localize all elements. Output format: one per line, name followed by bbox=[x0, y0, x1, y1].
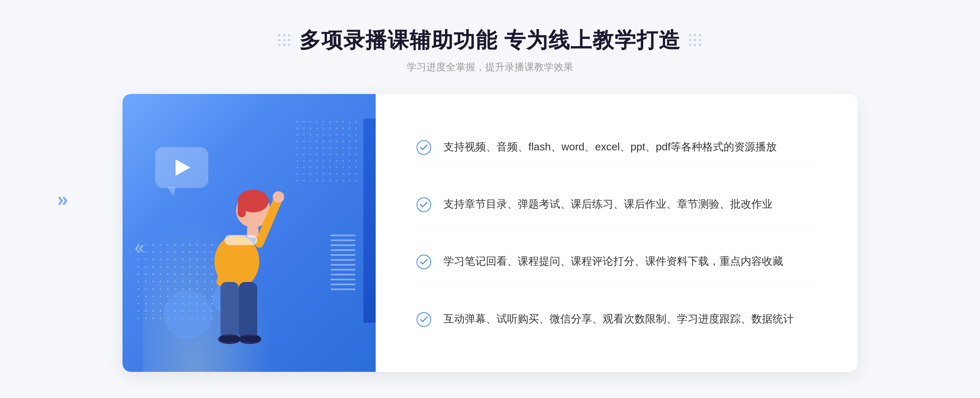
feature-text-2: 支持章节目录、弹题考试、课后练习、课后作业、章节测验、批改作业 bbox=[443, 196, 773, 213]
svg-rect-3 bbox=[238, 201, 246, 217]
page-subtitle: 学习进度全掌握，提升录播课教学效果 bbox=[278, 60, 702, 74]
feature-item-2: 支持章节目录、弹题考试、课后练习、课后作业、章节测验、批改作业 bbox=[416, 183, 817, 226]
blue-vertical-tab bbox=[363, 119, 376, 323]
svg-rect-12 bbox=[240, 336, 261, 342]
feature-text-1: 支持视频、音频、flash、word、excel、ppt、pdf等各种格式的资源… bbox=[443, 139, 777, 156]
dots-decoration-right bbox=[689, 34, 702, 47]
feature-item-3: 学习笔记回看、课程提问、课程评论打分、课件资料下载，重点内容收藏 bbox=[416, 241, 817, 283]
feature-text-3: 学习笔记回看、课程提问、课程评论打分、课件资料下载，重点内容收藏 bbox=[443, 253, 783, 270]
check-icon-1 bbox=[416, 140, 431, 155]
content-card: « bbox=[122, 94, 858, 372]
stripe-decoration bbox=[331, 233, 355, 290]
svg-point-15 bbox=[417, 141, 431, 154]
check-icon-2 bbox=[416, 197, 431, 212]
person-illustration bbox=[172, 135, 302, 372]
svg-rect-7 bbox=[220, 282, 239, 339]
feature-item-4: 互动弹幕、试听购买、微信分享、观看次数限制、学习进度跟踪、数据统计 bbox=[416, 298, 817, 340]
dots-pattern-top-right bbox=[294, 119, 359, 184]
page-wrapper: » 多项录播课辅助功能 专为线上教学打造 学习进度全掌握，提升录播课教学效果 bbox=[0, 0, 980, 398]
header-section: 多项录播课辅助功能 专为线上教学打造 学习进度全掌握，提升录播课教学效果 bbox=[278, 26, 702, 74]
check-icon-3 bbox=[416, 255, 431, 269]
svg-point-5 bbox=[273, 191, 284, 203]
svg-point-16 bbox=[417, 198, 431, 212]
illustration-area: « bbox=[122, 94, 376, 372]
svg-rect-11 bbox=[220, 336, 240, 342]
check-icon-4 bbox=[416, 312, 431, 327]
chevron-left-icon: « bbox=[135, 238, 144, 257]
feature-item-1: 支持视频、音频、flash、word、excel、ppt、pdf等各种格式的资源… bbox=[416, 126, 817, 168]
dots-decoration-left bbox=[278, 34, 291, 47]
page-title: 多项录播课辅助功能 专为线上教学打造 bbox=[299, 26, 681, 55]
svg-rect-8 bbox=[239, 282, 257, 339]
features-area: 支持视频、音频、flash、word、excel、ppt、pdf等各种格式的资源… bbox=[376, 94, 858, 372]
feature-text-4: 互动弹幕、试听购买、微信分享、观看次数限制、学习进度跟踪、数据统计 bbox=[443, 311, 794, 328]
svg-point-18 bbox=[417, 313, 431, 326]
svg-point-17 bbox=[417, 255, 431, 269]
outer-chevron-decoration: » bbox=[57, 188, 68, 210]
svg-rect-14 bbox=[225, 235, 257, 245]
